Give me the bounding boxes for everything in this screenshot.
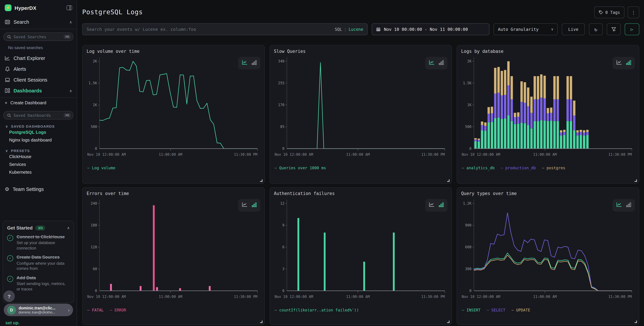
resize-handle-icon[interactable] — [260, 179, 262, 182]
resize-handle-icon[interactable] — [634, 320, 637, 323]
sidebar-item-alerts[interactable]: Alerts — [0, 64, 77, 75]
create-dashboard-button[interactable]: + Create Dashboard — [0, 98, 77, 108]
get-started-item-sources[interactable]: ✓ Create Data Sources Configure where yo… — [7, 255, 70, 271]
chart-line-icon — [5, 56, 10, 61]
svg-text:180: 180 — [91, 223, 97, 227]
line-view-icon[interactable] — [429, 202, 435, 208]
sidebar-item-label: Client Sessions — [14, 77, 72, 83]
svg-text:500: 500 — [465, 125, 472, 129]
chart-view-toggle[interactable] — [238, 199, 260, 212]
dashboard-grid: Log volume over time 05001K1.5K2K11:00:0… — [82, 45, 639, 325]
bar-view-icon[interactable] — [626, 202, 631, 208]
user-menu[interactable]: D dominic.tran@clic... dominic.tran@clic… — [4, 304, 73, 316]
sidebar-collapse-icon[interactable] — [67, 6, 72, 10]
more-menu-button[interactable]: ⋮ — [628, 7, 639, 18]
event-search-input[interactable]: Search your events w/ Lucene ex. column:… — [82, 23, 368, 35]
hyperdx-app: ⚡ HyperDX Search ∧ Saved Searches ⌘K No … — [0, 0, 644, 326]
sidebar-item-dashboards[interactable]: Dashboards ∧ — [0, 85, 77, 96]
chart-plot: 06012018024011:00:00 AM11:30:00 PMNov 10… — [86, 197, 261, 306]
svg-text:120: 120 — [91, 245, 97, 249]
sidebar-item-client-sessions[interactable]: Client Sessions — [0, 75, 77, 85]
svg-text:11:30:00 PM: 11:30:00 PM — [421, 295, 444, 299]
resize-handle-icon[interactable] — [634, 179, 637, 182]
line-view-icon[interactable] — [242, 60, 248, 66]
saved-dashboards-input[interactable]: Saved Dashboards ⌘K — [4, 111, 74, 120]
search-icon — [7, 113, 11, 117]
granularity-value: Auto Granularity — [498, 27, 539, 32]
bar-view-icon[interactable] — [626, 60, 631, 66]
svg-text:340: 340 — [278, 59, 284, 63]
chart-view-toggle[interactable] — [238, 57, 260, 69]
svg-text:12: 12 — [280, 201, 284, 205]
sidebar-item-search[interactable]: Search ∧ — [0, 17, 77, 28]
chart-card-errors[interactable]: Errors over time 06012018024011:00:00 AM… — [82, 187, 265, 325]
time-range-picker[interactable]: Nov 10 00:00:00 - Nov 11 00:00:00 — [372, 23, 490, 35]
lucene-mode-toggle[interactable]: Lucene — [348, 27, 363, 32]
bar-view-icon[interactable] — [252, 202, 256, 208]
legend-item: — Log volume — [87, 166, 115, 170]
chart-card-log-volume[interactable]: Log volume over time 05001K1.5K2K11:00:0… — [82, 45, 265, 184]
chart-title: Slow Queries — [274, 49, 448, 54]
get-started-item-add-data[interactable]: ✓ Add Data Start sending logs, metrics, … — [7, 275, 70, 292]
chart-title: Authentication failures — [274, 191, 448, 196]
chart-view-toggle[interactable] — [612, 57, 635, 69]
sidebar-item-team-settings[interactable]: ⚙ Team Settings — [0, 183, 77, 195]
chart-card-query-types[interactable]: Query types over time 03006009001.2K11:0… — [457, 187, 639, 325]
svg-text:11:30:00 PM: 11:30:00 PM — [608, 295, 632, 299]
chart-view-toggle[interactable] — [425, 199, 448, 212]
chevron-up-icon[interactable]: ∧ — [69, 20, 72, 24]
svg-text:1K: 1K — [93, 103, 97, 107]
filter-button[interactable] — [607, 23, 621, 35]
svg-text:11:00:00 AM: 11:00:00 AM — [346, 295, 370, 299]
svg-text:1K: 1K — [467, 103, 472, 107]
bar-view-icon[interactable] — [252, 60, 256, 66]
granularity-select[interactable]: Auto Granularity ∨ — [494, 23, 558, 35]
presets-section-header[interactable]: ∨ PRESETS — [6, 149, 77, 153]
chevron-up-icon[interactable]: ∧ — [67, 226, 70, 230]
bar-view-icon[interactable] — [439, 60, 444, 66]
user-email: dominic.tran@clickho... — [18, 310, 65, 314]
sidebar-item-services[interactable]: Services — [0, 160, 77, 168]
line-view-icon[interactable] — [616, 202, 622, 208]
refresh-button[interactable]: ↻ — [589, 23, 603, 35]
saved-searches-input[interactable]: Saved Searches ⌘K — [4, 33, 74, 41]
chart-view-toggle[interactable] — [425, 57, 448, 69]
line-view-icon[interactable] — [242, 202, 248, 208]
chart-view-toggle[interactable] — [612, 199, 635, 212]
create-dashboard-label: Create Dashboard — [10, 100, 46, 105]
sidebar-item-nginx-logs-dashboard[interactable]: Nginx logs dashboard — [0, 136, 77, 144]
saved-dashboards-section-header[interactable]: ∨ SAVED DASHBOARDS — [6, 124, 77, 128]
resize-handle-icon[interactable] — [447, 179, 450, 182]
live-button[interactable]: Live — [562, 23, 585, 35]
run-query-button[interactable]: ▷ — [625, 23, 639, 35]
chevron-up-icon[interactable]: ∧ — [69, 89, 72, 93]
help-button[interactable]: ? — [4, 290, 15, 302]
command-k-shortcut: ⌘K — [64, 35, 71, 39]
tags-button[interactable]: 0 Tags — [594, 7, 624, 18]
line-view-icon[interactable] — [429, 60, 435, 66]
svg-text:2K: 2K — [467, 59, 472, 63]
get-started-item-connect[interactable]: ✓ Connect to ClickHouse Set up your data… — [7, 234, 70, 251]
chart-card-auth-failures[interactable]: Authentication failures 03691211:00:00 A… — [270, 187, 452, 325]
chart-card-slow-queries[interactable]: Slow Queries 08517025534011:00:00 AM11:3… — [270, 45, 452, 184]
get-started-item-desc: Start sending logs, metrics, or traces — [16, 281, 70, 292]
filter-icon — [611, 27, 616, 32]
dashboard-grid-icon — [5, 88, 10, 93]
bar-view-icon[interactable] — [439, 202, 444, 208]
sidebar-item-clickhouse[interactable]: ClickHouse — [0, 153, 77, 160]
chart-card-logs-by-database[interactable]: Logs by database 05001K1.5K2K11:00:00 AM… — [457, 45, 639, 184]
resize-handle-icon[interactable] — [260, 320, 262, 323]
svg-text:0: 0 — [95, 289, 97, 293]
line-view-icon[interactable] — [616, 60, 622, 66]
svg-text:11:30:00 PM: 11:30:00 PM — [234, 295, 258, 299]
svg-text:9: 9 — [282, 223, 284, 227]
hyperdx-logo-icon: ⚡ — [5, 5, 12, 11]
get-started-title: Get Started — [7, 225, 33, 230]
svg-text:11:00:00 AM: 11:00:00 AM — [346, 153, 370, 157]
sidebar-item-postgresql-logs[interactable]: PostgreSQL Logs — [0, 128, 77, 136]
sql-mode-toggle[interactable]: SQL — [335, 27, 342, 32]
chart-legend: — INSERT— SELECT— UPDATE — [462, 308, 635, 312]
sidebar-item-kubernetes[interactable]: Kubernetes — [0, 168, 77, 176]
sidebar-item-chart-explorer[interactable]: Chart Explorer — [0, 53, 77, 64]
resize-handle-icon[interactable] — [447, 320, 450, 323]
